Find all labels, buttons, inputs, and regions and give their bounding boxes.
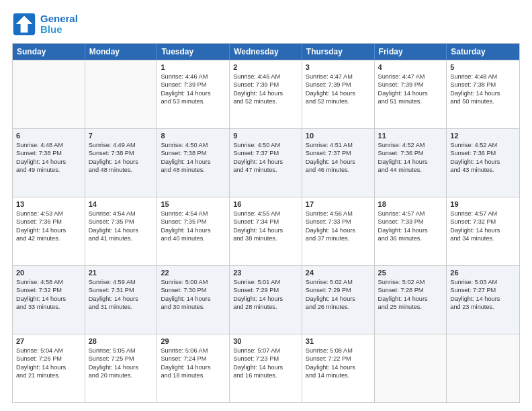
- day-info: Sunrise: 5:02 AM: [378, 278, 443, 286]
- day-info: Daylight: 14 hours: [450, 295, 516, 303]
- day-info: and 20 minutes.: [89, 371, 154, 379]
- day-number: 13: [16, 200, 81, 208]
- day-info: Sunrise: 4:53 AM: [16, 210, 81, 218]
- day-info: and 52 minutes.: [306, 97, 371, 105]
- day-info: Sunset: 7:33 PM: [306, 218, 371, 226]
- calendar-day-27: 27Sunrise: 5:04 AMSunset: 7:26 PMDayligh…: [13, 334, 85, 402]
- day-info: and 52 minutes.: [233, 97, 298, 105]
- day-info: Sunrise: 4:48 AM: [450, 73, 516, 81]
- day-number: 2: [233, 63, 298, 71]
- day-info: and 49 minutes.: [16, 166, 81, 174]
- calendar-day-28: 28Sunrise: 5:05 AMSunset: 7:25 PMDayligh…: [85, 334, 158, 402]
- calendar-day-13: 13Sunrise: 4:53 AMSunset: 7:36 PMDayligh…: [13, 197, 85, 265]
- day-info: Daylight: 14 hours: [233, 295, 298, 303]
- day-info: Sunset: 7:23 PM: [233, 355, 298, 363]
- day-info: Sunrise: 4:46 AM: [161, 73, 226, 81]
- day-info: Daylight: 14 hours: [161, 226, 226, 234]
- day-number: 20: [16, 269, 81, 277]
- calendar-week: 27Sunrise: 5:04 AMSunset: 7:26 PMDayligh…: [13, 334, 519, 402]
- day-info: Sunrise: 4:56 AM: [306, 210, 371, 218]
- calendar-day-21: 21Sunrise: 4:59 AMSunset: 7:31 PMDayligh…: [85, 266, 158, 334]
- day-info: Sunrise: 4:48 AM: [16, 141, 81, 149]
- day-info: Sunrise: 4:59 AM: [89, 278, 154, 286]
- day-info: Sunrise: 4:46 AM: [233, 73, 298, 81]
- day-number: 15: [161, 200, 226, 208]
- day-info: Daylight: 14 hours: [378, 295, 443, 303]
- calendar-day-4: 4Sunrise: 4:47 AMSunset: 7:39 PMDaylight…: [375, 60, 447, 128]
- weekday-header: Monday: [85, 44, 158, 60]
- day-number: 9: [233, 132, 298, 140]
- day-info: Sunrise: 4:51 AM: [306, 141, 371, 149]
- calendar-day-14: 14Sunrise: 4:54 AMSunset: 7:35 PMDayligh…: [85, 197, 158, 265]
- calendar-day-24: 24Sunrise: 5:02 AMSunset: 7:29 PMDayligh…: [302, 266, 375, 334]
- day-info: Sunset: 7:22 PM: [306, 355, 371, 363]
- calendar-day-empty: [85, 60, 158, 128]
- day-info: and 18 minutes.: [161, 371, 226, 379]
- header: General Blue: [12, 12, 520, 36]
- day-info: Sunset: 7:38 PM: [16, 149, 81, 157]
- day-number: 22: [161, 269, 226, 277]
- day-number: 7: [89, 132, 154, 140]
- calendar-header: SundayMondayTuesdayWednesdayThursdayFrid…: [13, 44, 519, 60]
- day-info: and 43 minutes.: [450, 166, 516, 174]
- day-info: Sunset: 7:36 PM: [16, 218, 81, 226]
- calendar-day-3: 3Sunrise: 4:47 AMSunset: 7:39 PMDaylight…: [302, 60, 375, 128]
- day-info: and 48 minutes.: [161, 166, 226, 174]
- calendar-day-18: 18Sunrise: 4:57 AMSunset: 7:33 PMDayligh…: [375, 197, 447, 265]
- day-info: Sunrise: 4:50 AM: [161, 141, 226, 149]
- day-number: 31: [306, 337, 371, 345]
- day-info: Sunset: 7:32 PM: [16, 286, 81, 294]
- day-info: Sunset: 7:25 PM: [89, 355, 154, 363]
- calendar-day-29: 29Sunrise: 5:06 AMSunset: 7:24 PMDayligh…: [157, 334, 230, 402]
- day-number: 29: [161, 337, 226, 345]
- calendar-day-23: 23Sunrise: 5:01 AMSunset: 7:29 PMDayligh…: [230, 266, 302, 334]
- day-info: Sunset: 7:24 PM: [161, 355, 226, 363]
- day-info: Sunrise: 4:47 AM: [378, 73, 443, 81]
- day-info: Sunrise: 4:49 AM: [89, 141, 154, 149]
- day-info: and 53 minutes.: [161, 97, 226, 105]
- day-info: Daylight: 14 hours: [450, 158, 516, 166]
- day-info: Daylight: 14 hours: [16, 226, 81, 234]
- calendar-day-empty: [375, 334, 447, 402]
- day-info: Sunrise: 5:04 AM: [16, 347, 81, 355]
- day-info: Sunrise: 5:07 AM: [233, 347, 298, 355]
- day-info: Sunrise: 4:50 AM: [233, 141, 298, 149]
- day-info: Daylight: 14 hours: [16, 158, 81, 166]
- day-info: Sunrise: 4:52 AM: [450, 141, 516, 149]
- day-info: Daylight: 14 hours: [378, 89, 443, 97]
- day-info: Sunset: 7:36 PM: [378, 149, 443, 157]
- weekday-header: Tuesday: [157, 44, 230, 60]
- logo-icon: [12, 12, 36, 36]
- day-number: 23: [233, 269, 298, 277]
- weekday-header: Sunday: [13, 44, 85, 60]
- day-number: 30: [233, 337, 298, 345]
- day-info: Daylight: 14 hours: [306, 295, 371, 303]
- day-info: Sunset: 7:39 PM: [306, 81, 371, 89]
- calendar-day-26: 26Sunrise: 5:03 AMSunset: 7:27 PMDayligh…: [447, 266, 519, 334]
- day-number: 14: [89, 200, 154, 208]
- day-info: and 40 minutes.: [161, 234, 226, 242]
- day-info: Daylight: 14 hours: [161, 363, 226, 371]
- day-info: Daylight: 14 hours: [161, 89, 226, 97]
- day-info: and 48 minutes.: [89, 166, 154, 174]
- day-info: Sunrise: 5:06 AM: [161, 347, 226, 355]
- day-info: Sunrise: 4:58 AM: [16, 278, 81, 286]
- calendar-day-16: 16Sunrise: 4:55 AMSunset: 7:34 PMDayligh…: [230, 197, 302, 265]
- day-info: and 51 minutes.: [378, 97, 443, 105]
- day-info: Sunset: 7:39 PM: [233, 81, 298, 89]
- day-info: and 34 minutes.: [450, 234, 516, 242]
- calendar: SundayMondayTuesdayWednesdayThursdayFrid…: [12, 43, 520, 403]
- calendar-week: 20Sunrise: 4:58 AMSunset: 7:32 PMDayligh…: [13, 265, 519, 334]
- day-info: Sunset: 7:38 PM: [450, 81, 516, 89]
- day-info: Daylight: 14 hours: [306, 363, 371, 371]
- day-info: Sunset: 7:37 PM: [306, 149, 371, 157]
- day-number: 25: [378, 269, 443, 277]
- calendar-body: 1Sunrise: 4:46 AMSunset: 7:39 PMDaylight…: [13, 60, 519, 402]
- day-number: 12: [450, 132, 516, 140]
- day-info: and 38 minutes.: [233, 234, 298, 242]
- day-info: Daylight: 14 hours: [450, 89, 516, 97]
- calendar-day-31: 31Sunrise: 5:08 AMSunset: 7:22 PMDayligh…: [302, 334, 375, 402]
- day-info: Sunset: 7:35 PM: [161, 218, 226, 226]
- day-number: 28: [89, 337, 154, 345]
- day-number: 26: [450, 269, 516, 277]
